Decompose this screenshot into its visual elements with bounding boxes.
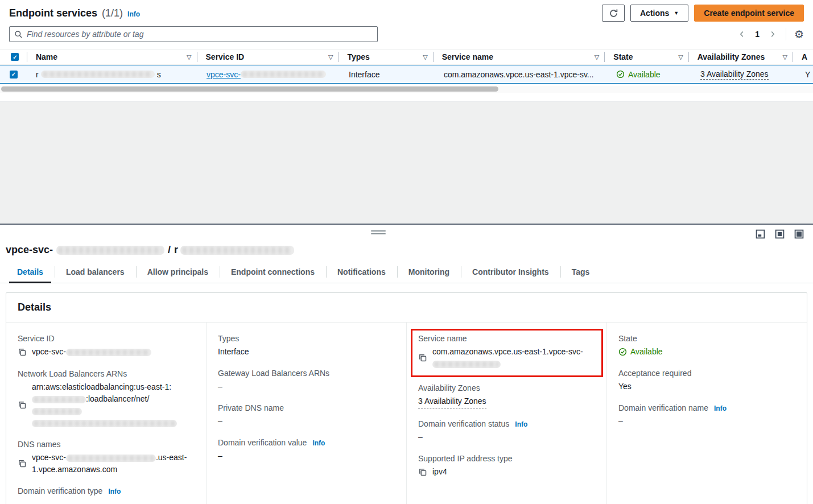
table-toolbar: 1 ⚙ [9,26,804,42]
info-link[interactable]: Info [515,420,527,428]
actions-button[interactable]: Actions ▼ [630,5,688,22]
panel-bottom-icon [756,229,765,239]
arn-line2-prefix: 1: [164,382,171,391]
filter-icon: ▽ [678,53,683,61]
prev-page-button[interactable] [737,29,747,39]
create-endpoint-service-button[interactable]: Create endpoint service [694,5,804,22]
filter-icon: ▽ [595,53,599,61]
field-value: – [618,415,795,427]
name-visible-suffix: s [157,70,161,79]
preferences-button[interactable]: ⚙ [794,29,804,40]
field-value: Available [618,346,663,358]
tab-contributor-insights[interactable]: Contributor Insights [461,265,560,283]
field-label: Private DNS name [218,403,395,412]
arn-line2-mid: :loadbalancer/net/ [86,394,149,403]
col-header-name[interactable]: Name▽ [27,49,197,64]
types-cell: Interface [340,65,435,83]
info-link[interactable]: Info [127,10,140,18]
copy-icon[interactable] [418,348,427,370]
scrollbar-thumb[interactable] [1,86,498,92]
field-label: Supported IP address type [418,454,595,463]
service-name-cell: com.amazonaws.vpce.us-east-1.vpce-sv... [435,65,608,83]
col-label: Service name [442,52,493,61]
search-icon [14,30,23,39]
field-label: Service name [418,334,594,343]
tab-allow-principals[interactable]: Allow principals [136,265,220,283]
panel-side-icon [775,229,785,239]
details-card-body: Service ID vpce-svc- Network Load Balanc… [6,323,807,504]
col-header-service-id[interactable]: Service ID▽ [197,49,339,64]
availability-zones-popover[interactable]: 3 Availability Zones [700,69,769,80]
details-column-4: State Available Acceptance required Yes … [607,323,807,504]
copy-icon[interactable] [418,468,427,478]
panel-fullscreen-button[interactable] [794,229,804,239]
tab-details[interactable]: Details [6,265,55,283]
col-header-state[interactable]: State▽ [605,49,688,64]
info-link[interactable]: Info [714,404,727,412]
redacted-text [32,420,177,427]
search-input[interactable] [27,30,373,39]
service-id-link[interactable]: vpce-svc- [207,70,326,79]
field-domain-verification-value: Domain verification valueInfo – [218,438,395,462]
split-panel-preferences [756,229,804,239]
redacted-text [66,455,156,462]
tab-endpoint-connections[interactable]: Endpoint connections [220,265,326,283]
field-value: vpce-svc-.us-east-1.vpce.amazonaws.com [32,452,195,476]
availability-zones-popover[interactable]: 3 Availability Zones [418,395,486,408]
split-panel-drag-handle[interactable] [371,230,386,236]
dns-mid: .us-east- [156,453,187,462]
state-label: Available [628,70,661,79]
field-value: arn:aws:elasticloadbalancing:us-east-1::… [32,381,195,429]
field-value: – [218,415,395,427]
col-header-types[interactable]: Types▽ [339,49,433,64]
details-column-3: Service name com.amazonaws.vpce.us-east-… [407,323,607,504]
tab-tags[interactable]: Tags [560,265,601,283]
row-select-cell [0,65,27,83]
info-link[interactable]: Info [312,439,325,447]
copy-icon[interactable] [18,453,27,476]
chevron-right-icon [769,30,777,38]
col-header-acceptance[interactable]: A [793,49,813,64]
table-footer-strip [0,93,813,102]
field-label: Domain verification value [218,438,307,447]
table-header-row: Name▽ Service ID▽ Types▽ Service name▽ S… [0,49,813,65]
select-all-checkbox[interactable] [11,53,19,61]
panel-position-side-button[interactable] [775,229,785,239]
search-box[interactable] [9,26,378,42]
arn-line1: arn:aws:elasticloadbalancing:us-east- [32,382,164,391]
tab-notifications[interactable]: Notifications [326,265,397,283]
next-page-button[interactable] [767,29,778,39]
page-number[interactable]: 1 [755,30,760,39]
info-link[interactable]: Info [108,488,121,495]
table-row[interactable]: r s vpce-svc- Interface com.amazonaws.vp… [0,65,813,84]
field-label: Acceptance required [618,369,795,378]
service-id-cell: vpce-svc- [198,65,340,83]
field-value: ipv4 [432,466,595,478]
tab-load-balancers[interactable]: Load balancers [55,265,136,283]
col-header-service-name[interactable]: Service name▽ [434,49,605,64]
copy-icon[interactable] [18,348,27,358]
details-column-2: Types Interface Gateway Load Balancers A… [207,323,407,504]
col-label: Service ID [206,52,245,61]
redacted-text [32,408,82,415]
field-label: Availability Zones [418,383,595,393]
row-checkbox[interactable] [10,71,18,79]
details-card: Details Service ID vpce-svc- Network Loa… [6,292,807,504]
field-label: Network Load Balancers ARNs [18,369,195,378]
field-label: Gateway Load Balancers ARNs [218,369,395,378]
details-column-1: Service ID vpce-svc- Network Load Balanc… [6,323,207,504]
col-header-availability-zones[interactable]: Availability Zones▽ [689,49,793,64]
tab-monitoring[interactable]: Monitoring [397,265,461,283]
service-id-prefix: vpce-svc- [207,70,241,79]
page-title-group: Endpoint services (1/1) Info [9,7,140,19]
refresh-button[interactable] [602,5,625,22]
horizontal-scrollbar[interactable] [0,86,813,93]
caret-down-icon: ▼ [674,10,679,16]
copy-icon[interactable] [18,383,27,429]
filter-icon: ▽ [423,53,427,61]
field-service-id: Service ID vpce-svc- [18,334,195,358]
field-acceptance-required: Acceptance required Yes [618,369,795,393]
panel-position-bottom-button[interactable] [756,229,765,239]
create-label: Create endpoint service [704,9,794,18]
split-panel: vpce-svc- / r Details Load balancers All… [0,224,813,503]
